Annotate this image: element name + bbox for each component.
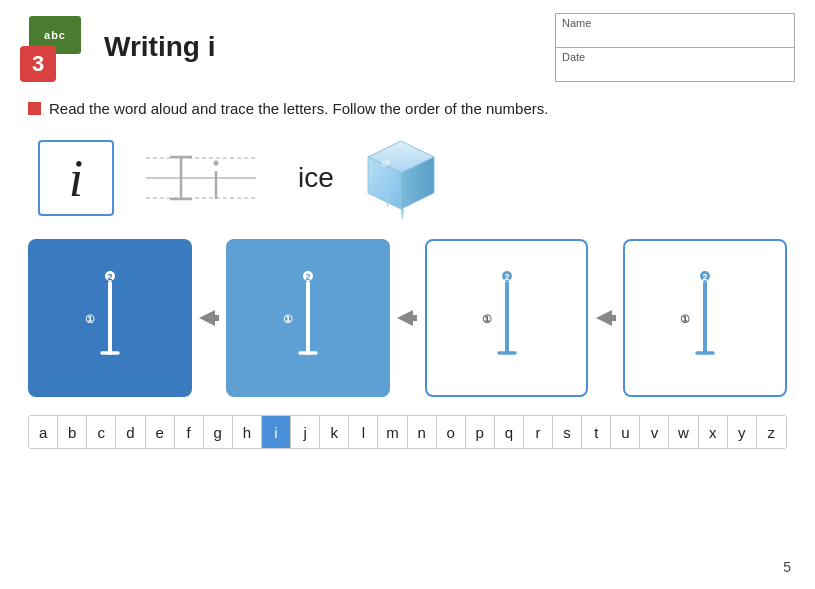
arrow-3 bbox=[588, 304, 623, 332]
alpha-cell-l[interactable]: l bbox=[349, 416, 378, 448]
name-line bbox=[562, 29, 788, 45]
ice-cube-svg bbox=[356, 133, 446, 223]
alpha-cell-z[interactable]: z bbox=[757, 416, 786, 448]
svg-rect-20 bbox=[211, 315, 219, 321]
alpha-cell-f[interactable]: f bbox=[175, 416, 204, 448]
step2-stroke-svg: 2 ① bbox=[278, 258, 338, 378]
word-text: ice bbox=[298, 162, 334, 194]
alpha-cell-p[interactable]: p bbox=[466, 416, 495, 448]
alpha-cell-r[interactable]: r bbox=[524, 416, 553, 448]
page-number: 5 bbox=[783, 559, 791, 575]
alpha-cell-s[interactable]: s bbox=[553, 416, 582, 448]
arrow-2-svg bbox=[393, 304, 421, 332]
header: abc 3 Writing i Name Date bbox=[0, 0, 815, 90]
svg-rect-27 bbox=[409, 315, 417, 321]
svg-text:①: ① bbox=[85, 313, 95, 325]
trace-area bbox=[136, 143, 266, 213]
letter-display: i bbox=[69, 149, 83, 208]
alpha-cell-c[interactable]: c bbox=[87, 416, 116, 448]
bullet-square bbox=[28, 102, 41, 115]
alpha-cell-k[interactable]: k bbox=[320, 416, 349, 448]
svg-marker-12 bbox=[401, 209, 404, 219]
alpha-cell-u[interactable]: u bbox=[611, 416, 640, 448]
ice-cube-image bbox=[356, 133, 446, 223]
alpha-cell-i[interactable]: i bbox=[262, 416, 291, 448]
alpha-cell-y[interactable]: y bbox=[728, 416, 757, 448]
word-section: i ice bbox=[0, 123, 815, 233]
svg-text:2: 2 bbox=[306, 272, 311, 282]
logo-box: abc 3 bbox=[20, 12, 90, 82]
alpha-cell-m[interactable]: m bbox=[378, 416, 407, 448]
alpha-cell-x[interactable]: x bbox=[699, 416, 728, 448]
letter-box: i bbox=[38, 140, 114, 216]
svg-text:2: 2 bbox=[703, 272, 708, 282]
svg-rect-34 bbox=[608, 315, 616, 321]
step-3: 2 ① bbox=[425, 239, 589, 397]
step-1: 2 ① bbox=[28, 239, 192, 397]
step1-stroke-svg: 2 ① bbox=[80, 258, 140, 378]
step3-stroke-svg: 2 ① bbox=[477, 258, 537, 378]
svg-text:2: 2 bbox=[504, 272, 509, 282]
name-date-box: Name Date bbox=[555, 13, 795, 82]
alpha-cell-a[interactable]: a bbox=[29, 416, 58, 448]
alpha-cell-j[interactable]: j bbox=[291, 416, 320, 448]
alpha-cell-e[interactable]: e bbox=[146, 416, 175, 448]
alpha-cell-t[interactable]: t bbox=[582, 416, 611, 448]
step4-stroke-svg: 2 ① bbox=[675, 258, 735, 378]
step-2: 2 ① bbox=[226, 239, 390, 397]
step-4: 2 ① bbox=[623, 239, 787, 397]
arrow-1-svg bbox=[195, 304, 223, 332]
alpha-cell-h[interactable]: h bbox=[233, 416, 262, 448]
arrow-1 bbox=[192, 304, 227, 332]
arrow-3-svg bbox=[592, 304, 620, 332]
svg-point-7 bbox=[214, 161, 219, 166]
steps-section: 2 ① 2 ① 2 bbox=[0, 233, 815, 403]
instruction: Read the word aloud and trace the letter… bbox=[0, 90, 815, 123]
alpha-cell-v[interactable]: v bbox=[640, 416, 669, 448]
instruction-text: Read the word aloud and trace the letter… bbox=[49, 100, 548, 117]
page-title: Writing i bbox=[104, 31, 215, 63]
alpha-cell-d[interactable]: d bbox=[116, 416, 145, 448]
name-label: Name bbox=[562, 17, 788, 29]
arrow-2 bbox=[390, 304, 425, 332]
trace-guide-svg bbox=[136, 143, 266, 213]
alpha-cell-w[interactable]: w bbox=[669, 416, 698, 448]
alpha-cell-q[interactable]: q bbox=[495, 416, 524, 448]
alphabet-row: abcdefghijklmnopqrstuvwxyz bbox=[28, 415, 787, 449]
alpha-cell-o[interactable]: o bbox=[437, 416, 466, 448]
logo-number-box: 3 bbox=[20, 46, 56, 82]
svg-text:①: ① bbox=[680, 313, 690, 325]
svg-text:2: 2 bbox=[107, 272, 112, 282]
date-line bbox=[562, 63, 788, 79]
svg-text:①: ① bbox=[482, 313, 492, 325]
logo-book-label: abc bbox=[44, 29, 66, 41]
date-row: Date bbox=[556, 48, 794, 81]
header-left: abc 3 Writing i bbox=[20, 12, 215, 82]
date-label: Date bbox=[562, 51, 788, 63]
svg-text:①: ① bbox=[283, 313, 293, 325]
alpha-cell-g[interactable]: g bbox=[204, 416, 233, 448]
logo-number: 3 bbox=[32, 51, 44, 77]
alpha-cell-n[interactable]: n bbox=[408, 416, 437, 448]
name-row: Name bbox=[556, 14, 794, 48]
alpha-cell-b[interactable]: b bbox=[58, 416, 87, 448]
